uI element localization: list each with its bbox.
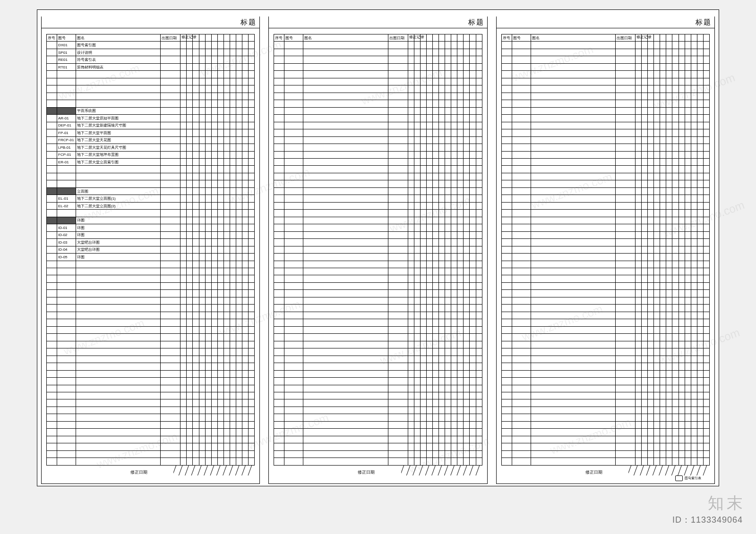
table-row: [274, 297, 481, 305]
col-header-date: 出图日期: [161, 34, 180, 41]
table-row: [47, 180, 254, 187]
table-row: [47, 385, 254, 392]
table-row: [502, 283, 709, 290]
table-row: [502, 422, 709, 429]
table-row: [47, 414, 254, 421]
panel-title: 标题: [42, 17, 259, 28]
table-row: [47, 78, 254, 85]
table-row: [502, 319, 709, 326]
table-row: [502, 64, 709, 71]
table-row: [502, 108, 709, 115]
table-row: [47, 458, 254, 465]
table-row: [47, 334, 254, 341]
table-row: [47, 348, 254, 356]
svg-line-31: [659, 465, 663, 475]
index-sheet: 序号图号图名出图日期修正记录DX01图号索引图SP01设计说明RE01符号索引表…: [42, 28, 259, 483]
svg-line-23: [463, 465, 467, 475]
sheet-bubble-icon: [675, 475, 683, 481]
table-row: [274, 173, 481, 180]
table-row: [274, 399, 481, 407]
table-row: [502, 275, 709, 282]
table-row: [502, 71, 709, 78]
table-row: [47, 436, 254, 443]
cell-code: FRCP-01: [57, 137, 76, 144]
table-row: [274, 363, 481, 370]
table-row: [502, 385, 709, 392]
table-row: [502, 203, 709, 210]
brand-watermark: 知末: [708, 492, 746, 514]
table-row: DEP-01地下二层大堂新建隔墙尺寸图: [47, 122, 254, 129]
cell-name: 地下二层大堂立面图(2): [76, 203, 161, 209]
table-row: [502, 254, 709, 261]
svg-line-19: [438, 465, 442, 475]
footer-label: 修正日期: [585, 469, 602, 475]
cell-name: 地下二层大堂地坪布置图: [76, 152, 161, 158]
table-row: [47, 422, 254, 429]
revision-slashes-icon: [401, 465, 482, 475]
section-title: 平面系统图: [76, 108, 161, 114]
table-row: [502, 180, 709, 187]
cell-name: 图号索引图: [76, 42, 161, 48]
table-row: [502, 392, 709, 399]
table-row: [502, 356, 709, 363]
svg-line-14: [406, 465, 410, 475]
table-row: [274, 108, 481, 115]
table-row: [502, 429, 709, 436]
table-row: [502, 210, 709, 217]
table-row: [274, 217, 481, 224]
table-row: ID-02详图: [47, 232, 254, 239]
table-row: [502, 443, 709, 450]
cell-code: FCP-01: [57, 152, 76, 158]
table-row: [274, 64, 481, 71]
index-sheet: 序号图号图名出图日期修正记录修正日期: [497, 28, 714, 483]
footer-label: 修正日期: [130, 469, 147, 475]
table-row: [274, 275, 481, 282]
table-row: [502, 152, 709, 159]
cell-code: SP01: [57, 49, 76, 56]
svg-line-17: [425, 465, 429, 475]
table-row: [47, 290, 254, 297]
table-row: [47, 407, 254, 414]
svg-line-4: [198, 465, 202, 475]
index-grid: 序号图号图名出图日期修正记录: [274, 34, 482, 466]
svg-line-28: [640, 465, 644, 475]
table-row: LPB-01地下二层大堂天花灯具尺寸图: [47, 144, 254, 151]
table-row: [274, 436, 481, 443]
table-row: EL-01地下二层大堂立面图(1): [47, 195, 254, 202]
svg-line-18: [431, 465, 435, 475]
cell-code: LPB-01: [57, 144, 76, 151]
table-row: [47, 261, 254, 268]
table-row: [47, 268, 254, 275]
table-row: [502, 334, 709, 341]
cell-code: RT01: [57, 64, 76, 70]
table-row: FP-01地下二层大堂平面图: [47, 129, 254, 136]
table-row: [274, 443, 481, 450]
panel-3: 标题序号图号图名出图日期修正记录修正日期: [496, 17, 715, 484]
revision-slashes-icon: [173, 465, 255, 475]
cell-name: 装饰材料明细表: [76, 64, 161, 70]
cell-code: RE01: [57, 56, 76, 63]
cell-name: 地下二层大堂天花灯具尺寸图: [76, 144, 161, 151]
cell-name: 设计说明: [76, 49, 161, 56]
table-header-row: 序号图号图名出图日期修正记录: [47, 34, 254, 42]
titleblock-corner: 图号索引表: [665, 474, 711, 483]
table-row: [502, 217, 709, 224]
table-row: [274, 385, 481, 392]
table-row: [274, 49, 481, 56]
table-row: AR-01地下二层大堂原始平面图: [47, 115, 254, 122]
table-header-row: 序号图号图名出图日期修正记录: [502, 34, 709, 42]
table-row: [502, 348, 709, 356]
table-row: [502, 312, 709, 319]
table-row: [502, 451, 709, 458]
table-row: [502, 93, 709, 100]
col-header-rev: 修正记录: [180, 34, 254, 41]
table-row: [274, 78, 481, 85]
svg-line-22: [457, 465, 461, 475]
table-row: [274, 261, 481, 268]
table-row: [502, 188, 709, 195]
table-row: [274, 371, 481, 378]
table-row: [274, 319, 481, 326]
table-row: [502, 261, 709, 268]
table-row: [274, 224, 481, 231]
svg-line-21: [450, 465, 454, 475]
